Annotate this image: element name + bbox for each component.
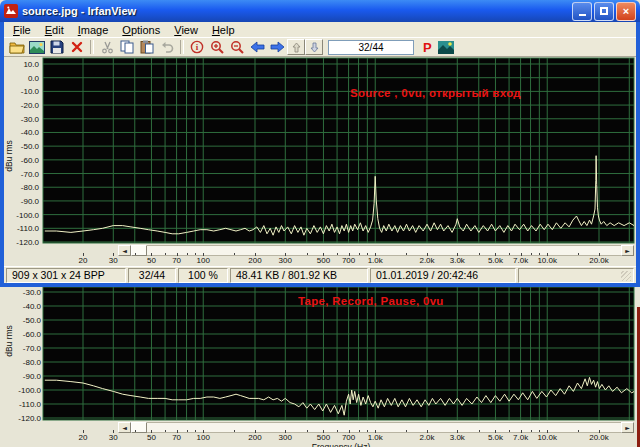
- y-tick-label: -120.0: [3, 414, 41, 423]
- y-tick-label: -100.0: [3, 386, 41, 395]
- x-tick-mark: [177, 253, 178, 256]
- y-tick-label: -90.0: [5, 197, 39, 206]
- page-down-icon[interactable]: [305, 39, 323, 55]
- maximize-button[interactable]: [594, 2, 614, 21]
- image-counter-field[interactable]: 32/44: [328, 40, 414, 55]
- zoom-in-icon[interactable]: [207, 39, 227, 55]
- spectrum-plot: [4, 57, 636, 266]
- x-minor-tick: [367, 253, 368, 255]
- y-tick-label: -110.0: [5, 224, 39, 233]
- x-tick-label: 30: [93, 256, 133, 265]
- menu-edit[interactable]: Edit: [38, 24, 71, 36]
- delete-icon[interactable]: [67, 39, 87, 55]
- x-minor-tick: [479, 253, 480, 255]
- status-zoom-level: 100 %: [178, 268, 228, 283]
- x-tick-label: 20.0k: [579, 256, 619, 265]
- x-tick-mark: [547, 430, 548, 433]
- y-tick-label: -20.0: [5, 101, 39, 110]
- y-axis-title: dBu rms: [4, 121, 14, 191]
- x-minor-tick: [165, 430, 166, 432]
- x-tick-mark: [113, 253, 114, 256]
- cut-icon[interactable]: [97, 39, 117, 55]
- menu-image[interactable]: Image: [71, 24, 116, 36]
- x-minor-tick: [406, 430, 407, 432]
- x-tick-mark: [495, 430, 496, 433]
- x-minor-tick: [539, 430, 540, 432]
- x-tick-label: 10.0k: [527, 433, 567, 442]
- maximize-icon: [600, 7, 608, 15]
- x-tick-mark: [83, 253, 84, 256]
- x-tick-mark: [323, 430, 324, 433]
- screen: source.jpg - IrfanView × File Edit Image…: [0, 0, 640, 447]
- p-flag-label[interactable]: P: [423, 40, 432, 55]
- x-tick-label: 100: [183, 256, 223, 265]
- scroll-right-icon[interactable]: ►: [621, 422, 634, 433]
- undo-icon[interactable]: [157, 39, 177, 55]
- x-minor-tick: [337, 430, 338, 432]
- scrollbar-thumb[interactable]: [131, 245, 147, 256]
- x-minor-tick: [135, 253, 136, 255]
- x-tick-label: 3.0k: [437, 433, 477, 442]
- x-tick-label: 20.0k: [579, 433, 619, 442]
- x-minor-tick: [367, 430, 368, 432]
- x-minor-tick: [509, 253, 510, 255]
- x-minor-tick: [307, 430, 308, 432]
- x-tick-label: 1.0k: [355, 256, 395, 265]
- x-tick-mark: [495, 253, 496, 256]
- info-icon[interactable]: i: [187, 39, 207, 55]
- window-title: source.jpg - IrfanView: [22, 5, 570, 17]
- chart-annotation: Source , 0vu, открытый вход: [350, 87, 521, 99]
- prev-image-icon[interactable]: [247, 39, 267, 55]
- x-tick-label: 1.0k: [355, 433, 395, 442]
- minimize-icon: [579, 14, 586, 16]
- x-minor-tick: [165, 253, 166, 255]
- irfanview-window: source.jpg - IrfanView × File Edit Image…: [0, 0, 640, 287]
- scroll-left-icon[interactable]: ◄: [118, 422, 131, 433]
- x-axis-title: Frequency (Hz): [241, 442, 441, 447]
- x-minor-tick: [135, 430, 136, 432]
- scrollbar-thumb[interactable]: [131, 422, 147, 433]
- open-folder-icon[interactable]: [7, 39, 27, 55]
- x-minor-tick: [195, 253, 196, 255]
- resize-grip-icon[interactable]: [621, 271, 631, 281]
- copy-icon[interactable]: [117, 39, 137, 55]
- x-minor-tick: [359, 430, 360, 432]
- titlebar[interactable]: source.jpg - IrfanView ×: [0, 0, 640, 22]
- toolbar: i 32/44: [4, 37, 636, 57]
- x-tick-mark: [427, 253, 428, 256]
- tape-spectrum-window: -30.0-40.0-50.0-60.0-70.0-80.0-90.0-100.…: [0, 287, 640, 447]
- x-tick-mark: [255, 430, 256, 433]
- menu-options[interactable]: Options: [115, 24, 167, 36]
- status-image-dimensions: 909 x 301 x 24 BPP: [6, 268, 126, 283]
- chart-annotation: Tape, Record, Pause, 0vu: [298, 295, 444, 307]
- x-minor-tick: [195, 430, 196, 432]
- zoom-out-icon[interactable]: [227, 39, 247, 55]
- x-tick-label: 10.0k: [527, 256, 567, 265]
- menu-file[interactable]: File: [6, 24, 38, 36]
- x-minor-tick: [187, 430, 188, 432]
- save-icon[interactable]: [47, 39, 67, 55]
- x-minor-tick: [578, 430, 579, 432]
- x-minor-tick: [479, 430, 480, 432]
- x-minor-tick: [509, 430, 510, 432]
- jpg-ops-icon[interactable]: [436, 39, 456, 55]
- status-empty-panel: [518, 268, 634, 283]
- next-image-icon[interactable]: [267, 39, 287, 55]
- x-tick-mark: [349, 253, 350, 256]
- menu-help[interactable]: Help: [205, 24, 242, 36]
- close-icon: ×: [623, 5, 629, 17]
- y-tick-label: -30.0: [3, 288, 41, 297]
- close-button[interactable]: ×: [616, 2, 636, 21]
- page-up-icon[interactable]: [287, 39, 305, 55]
- paste-icon[interactable]: [137, 39, 157, 55]
- x-tick-mark: [177, 430, 178, 433]
- slideshow-icon[interactable]: [27, 39, 47, 55]
- menu-view[interactable]: View: [167, 24, 205, 36]
- scroll-right-icon[interactable]: ►: [621, 245, 634, 256]
- x-tick-mark: [375, 253, 376, 256]
- scroll-left-icon[interactable]: ◄: [118, 245, 131, 256]
- statusbar: 909 x 301 x 24 BPP 32/44 100 % 48.41 KB …: [4, 266, 636, 283]
- menubar: File Edit Image Options View Help: [4, 22, 636, 37]
- x-tick-mark: [151, 253, 152, 256]
- minimize-button[interactable]: [572, 2, 592, 21]
